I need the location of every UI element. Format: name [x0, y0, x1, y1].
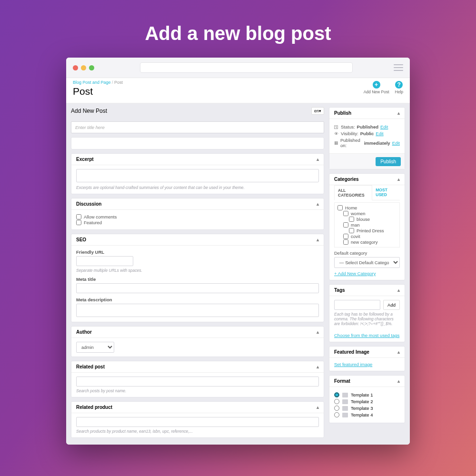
- allow-comments-checkbox[interactable]: [76, 214, 81, 219]
- tab-all-categories[interactable]: ALL CATEGORIES: [334, 185, 372, 200]
- chevron-up-icon[interactable]: ▴: [397, 288, 400, 293]
- breadcrumb: Blog Post and Page / Post: [73, 80, 403, 85]
- video-icon: [342, 413, 348, 417]
- excerpt-input[interactable]: [76, 169, 319, 182]
- help-icon: ?: [395, 81, 403, 89]
- featured-image-panel: Featured Image ▴ Set featured image: [329, 346, 405, 371]
- author-panel: Author ▴ admin: [71, 326, 324, 357]
- discussion-panel: Discussion ▴ Allow comments Featured: [71, 198, 324, 230]
- category-checkbox[interactable]: [337, 205, 343, 210]
- format-radio[interactable]: [334, 392, 339, 397]
- edit-visibility-link[interactable]: Edit: [376, 131, 383, 136]
- page-header: Blog Post and Page / Post Post + Add New…: [66, 78, 410, 103]
- edit-date-link[interactable]: Edit: [392, 140, 400, 146]
- chevron-up-icon[interactable]: ▴: [317, 237, 319, 242]
- friendly-url-input[interactable]: [76, 256, 133, 266]
- category-checkbox[interactable]: [349, 228, 354, 233]
- related-product-panel: Related product ▴ Search products by pro…: [71, 401, 324, 438]
- format-radio[interactable]: [334, 406, 339, 411]
- related-post-panel: Related post ▴ Search posts by post name…: [71, 361, 324, 397]
- page-title: Post: [73, 86, 403, 97]
- help-action[interactable]: ? Help: [395, 81, 403, 94]
- close-icon[interactable]: [73, 65, 78, 70]
- chevron-up-icon[interactable]: ▴: [397, 378, 400, 384]
- category-checkbox[interactable]: [343, 239, 348, 245]
- meta-description-input[interactable]: [76, 304, 319, 317]
- chevron-up-icon[interactable]: ▴: [397, 110, 400, 116]
- related-product-input[interactable]: [76, 417, 319, 427]
- excerpt-panel: Excerpt ▴ Excerpts are optional hand-cra…: [71, 153, 324, 194]
- categories-panel: Categories ▴ ALL CATEGORIES MOST USED Ho…: [329, 173, 405, 280]
- featured-checkbox[interactable]: [76, 220, 81, 225]
- choose-tags-link[interactable]: Choose from the most used tags: [334, 333, 399, 338]
- format-radio[interactable]: [334, 412, 339, 417]
- plus-icon: +: [373, 81, 380, 89]
- seo-panel: SEO ▴ Friendly URL Separate multiple URL…: [71, 234, 324, 322]
- excerpt-hint: Excerpts are optional hand-crafted summa…: [76, 185, 319, 190]
- address-bar[interactable]: [140, 62, 353, 73]
- chevron-up-icon[interactable]: ▴: [317, 364, 319, 369]
- edit-status-link[interactable]: Edit: [380, 124, 388, 129]
- breadcrumb-current: Post: [114, 80, 123, 85]
- page-icon: [342, 399, 348, 404]
- author-select[interactable]: admin: [76, 342, 114, 353]
- chevron-up-icon[interactable]: ▴: [397, 177, 400, 182]
- tags-panel: Tags ▴ Add Each tag has to be followed b…: [329, 284, 405, 342]
- minimize-icon[interactable]: [81, 65, 86, 70]
- format-panel: Format ▴ Template 1 Template 2 Template …: [329, 375, 405, 423]
- language-selector[interactable]: en▾: [311, 107, 324, 115]
- default-category-select[interactable]: — Select Default Category —: [334, 257, 400, 268]
- chevron-up-icon[interactable]: ▴: [317, 157, 319, 162]
- category-tree: Home women blouse man Printed Dress covi…: [334, 202, 400, 248]
- key-icon: ⚿: [334, 125, 339, 129]
- tab-most-used[interactable]: MOST USED: [372, 185, 400, 200]
- chevron-up-icon[interactable]: ▴: [397, 349, 400, 355]
- editor-toolbar[interactable]: [71, 137, 324, 149]
- category-checkbox[interactable]: [343, 222, 348, 228]
- category-checkbox[interactable]: [343, 234, 348, 239]
- meta-title-input[interactable]: [76, 283, 319, 293]
- chevron-up-icon[interactable]: ▴: [317, 329, 319, 335]
- eye-icon: 👁: [334, 131, 339, 136]
- hero-title: Add a new blog post: [0, 0, 476, 58]
- add-tag-button[interactable]: Add: [383, 300, 400, 310]
- chevron-up-icon[interactable]: ▴: [317, 405, 319, 410]
- titlebar: [66, 58, 410, 78]
- menu-icon[interactable]: [394, 64, 403, 71]
- publish-button[interactable]: Publish: [376, 157, 401, 166]
- add-new-heading: Add New Post: [71, 108, 107, 114]
- publish-panel: Publish ▴ ⚿Status: Published Edit 👁Visib…: [329, 107, 405, 169]
- breadcrumb-root[interactable]: Blog Post and Page: [73, 80, 111, 85]
- category-checkbox[interactable]: [343, 211, 348, 216]
- chevron-up-icon[interactable]: ▴: [317, 201, 319, 207]
- excerpt-title: Excerpt: [76, 157, 94, 162]
- pin-icon: [342, 393, 348, 397]
- add-new-post-action[interactable]: + Add New Post: [364, 81, 389, 94]
- related-post-input[interactable]: [76, 377, 319, 387]
- set-featured-image-link[interactable]: Set featured image: [334, 362, 372, 367]
- app-window: Blog Post and Page / Post Post + Add New…: [66, 58, 410, 445]
- format-radio[interactable]: [334, 399, 339, 404]
- image-icon: [342, 406, 348, 411]
- category-checkbox[interactable]: [349, 217, 354, 222]
- maximize-icon[interactable]: [89, 65, 94, 70]
- add-new-category-link[interactable]: + Add New Category: [334, 271, 376, 276]
- title-input[interactable]: [71, 121, 324, 133]
- calendar-icon: ▦: [334, 140, 338, 145]
- tags-input[interactable]: [334, 300, 380, 310]
